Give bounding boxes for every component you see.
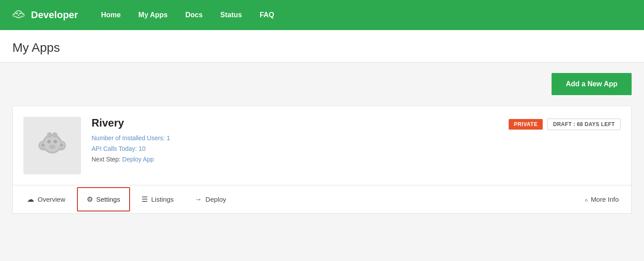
brand-icon (11, 7, 27, 23)
settings-icon: ⚙ (87, 195, 93, 203)
nav-status[interactable]: Status (211, 0, 251, 30)
more-info-label: More Info (591, 196, 619, 203)
svg-point-9 (14, 14, 15, 15)
tab-overview[interactable]: ☁ Overview (17, 187, 75, 211)
app-card: Rivery Number of Installed Users: 1 API … (12, 106, 632, 214)
tab-listings[interactable]: ☰ Listings (132, 187, 184, 211)
app-card-body: Rivery Number of Installed Users: 1 API … (13, 106, 631, 185)
next-step-label: Next Step: (92, 156, 120, 163)
tab-settings-label: Settings (96, 196, 120, 203)
nav-my-apps[interactable]: My Apps (130, 0, 176, 30)
app-card-footer: ☁ Overview ⚙ Settings ☰ Listings → Deplo… (13, 185, 631, 213)
api-calls-label: API Calls Today: (92, 145, 137, 152)
overview-icon: ☁ (27, 195, 34, 203)
deploy-icon: → (195, 196, 202, 203)
nav-docs[interactable]: Docs (176, 0, 211, 30)
svg-point-14 (44, 136, 60, 152)
tab-listings-label: Listings (151, 196, 174, 203)
main-content: Add a New App (0, 62, 644, 261)
tab-deploy-label: Deploy (206, 196, 226, 203)
listings-icon: ☰ (142, 195, 148, 203)
app-info: Rivery Number of Installed Users: 1 API … (92, 117, 498, 163)
app-name: Rivery (92, 117, 498, 129)
app-icon (23, 117, 81, 174)
add-new-app-button[interactable]: Add a New App (552, 73, 632, 95)
svg-point-17 (49, 145, 55, 149)
svg-point-23 (52, 132, 58, 138)
svg-point-21 (60, 143, 63, 147)
nav-home[interactable]: Home (92, 0, 129, 30)
svg-point-5 (19, 13, 21, 15)
svg-point-6 (18, 15, 19, 16)
svg-point-22 (47, 132, 52, 138)
tab-overview-label: Overview (38, 196, 65, 203)
next-step: Next Step: Deploy App (92, 156, 498, 163)
page-title: My Apps (12, 41, 632, 55)
badge-private: PRIVATE (509, 119, 543, 130)
more-info-button[interactable]: ⬦ More Info (575, 188, 628, 210)
brand-name: Developer (31, 9, 78, 21)
svg-point-3 (15, 11, 22, 17)
stat-api-calls: API Calls Today: 10 (92, 145, 498, 152)
api-calls-value: 10 (138, 145, 146, 152)
installed-users-value: 1 (167, 134, 170, 142)
installed-users-label: Number of Installed Users: (92, 134, 165, 142)
svg-point-20 (41, 143, 45, 147)
stat-installed-users: Number of Installed Users: 1 (92, 134, 498, 142)
tab-deploy[interactable]: → Deploy (185, 187, 236, 211)
brand-logo[interactable]: Developer (11, 7, 78, 23)
tab-settings[interactable]: ⚙ Settings (77, 187, 130, 211)
app-icon-svg (34, 128, 70, 163)
svg-point-4 (16, 13, 18, 15)
add-button-row: Add a New App (12, 73, 632, 95)
svg-point-15 (47, 140, 51, 143)
more-info-icon: ⬦ (584, 196, 588, 203)
navbar: Developer Home My Apps Docs Status FAQ (0, 0, 644, 30)
nav-list: Home My Apps Docs Status FAQ (92, 0, 283, 30)
svg-point-10 (23, 14, 24, 15)
footer-tabs: ☁ Overview ⚙ Settings ☰ Listings → Deplo… (16, 185, 575, 213)
app-badges: PRIVATE DRAFT : 68 DAYS LEFT (509, 119, 621, 130)
next-step-link[interactable]: Deploy App (122, 156, 154, 163)
page-header: My Apps (0, 30, 644, 62)
nav-faq[interactable]: FAQ (251, 0, 283, 30)
badge-draft: DRAFT : 68 DAYS LEFT (547, 119, 621, 130)
svg-point-16 (54, 140, 57, 143)
